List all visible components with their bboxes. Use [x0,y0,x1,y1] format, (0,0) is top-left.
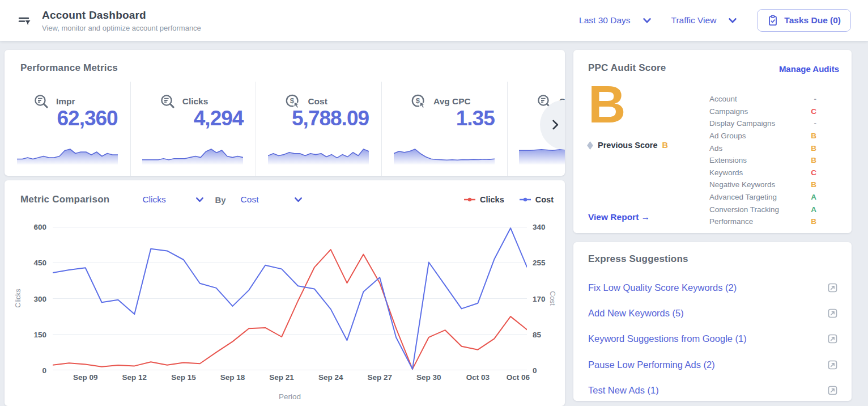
top-bar-controls: Last 30 Days Traffic View Tasks Due (0) [579,9,851,32]
chevron-down-icon [729,18,737,23]
audit-category-grade: - [814,95,817,103]
x-tick-label: Sep 09 [73,373,98,382]
page-heading: Account Dashboard View, monitor and opti… [42,9,201,32]
y-tick-label: 0 [5,366,46,375]
metric-value: 4,294 [194,107,244,130]
audit-category-grade: B [811,217,816,226]
audit-category-row: ExtensionsB [709,154,816,167]
date-range-value: Last 30 Days [579,15,630,26]
audit-category-name: Account [709,95,737,103]
previous-score-grade: B [662,141,668,150]
x-axis-title: Period [53,392,527,401]
metric-a-dropdown[interactable]: Clicks [142,194,203,205]
suggestion-link[interactable]: Keyword Suggestions from Google (1) [588,333,747,344]
view-selector-value: Traffic View [671,15,717,26]
audit-category-row: KeywordsC [709,167,816,179]
metric-label: Clicks [182,96,209,107]
y-tick-label: 150 [5,330,46,339]
x-tick-label: Oct 03 [466,373,490,382]
audit-category-list: Account-CampaignsCDisplay Campaigns-Ad G… [709,93,816,228]
search-lines-icon [159,93,176,110]
open-in-new-icon[interactable] [827,333,838,344]
suggestion-link[interactable]: Fix Low Quality Score Keywords (2) [588,282,737,293]
open-in-new-icon[interactable] [827,308,838,319]
metric-sparkline [394,146,495,164]
metric-label: Avg CPC [433,96,471,107]
chart-legend: Clicks Cost [463,195,554,204]
audit-category-grade: - [814,119,817,128]
suggestion-item[interactable]: Fix Low Quality Score Keywords (2) [588,275,838,301]
ppc-audit-panel: PPC Audit Score Manage Audits B Previous… [573,50,852,233]
suggestion-link[interactable]: Add New Keywords (5) [588,308,684,319]
suggestion-item[interactable]: Test New Ads (1) [588,378,838,401]
x-tick-label: Sep 27 [367,373,392,382]
page-title: Account Dashboard [42,9,201,22]
audit-category-grade: C [811,168,816,177]
metric-card-impr[interactable]: Impr 62,360 [5,82,130,176]
performance-metrics-panel: Performance Metrics Impr 62,360 [5,50,565,176]
x-axis-ticks: Sep 09Sep 12Sep 15Sep 18Sep 21Sep 24Sep … [53,373,527,384]
arrow-right-icon: → [641,212,650,222]
suggestion-item[interactable]: Keyword Suggestions from Google (1) [588,326,838,352]
view-selector-dropdown[interactable]: Traffic View [671,15,737,26]
metric-value: 5,788.09 [292,107,369,130]
y-tick-label: 85 [533,330,541,339]
audit-category-name: Conversion Tracking [709,205,779,214]
x-tick-label: Oct 06 [507,373,530,382]
metric-value: 1.35 [456,107,495,130]
audit-category-grade: B [811,144,816,153]
search-lines-icon [33,93,50,110]
x-tick-label: Sep 12 [122,373,147,382]
x-tick-label: Sep 24 [318,373,343,382]
clipboard-check-icon [767,15,778,26]
metric-label: Cost [308,96,327,107]
metric-b-dropdown[interactable]: Cost [241,194,302,205]
y-tick-label: 450 [5,259,46,267]
audit-category-name: Performance [709,217,753,226]
legend-marker [519,197,531,202]
date-range-dropdown[interactable]: Last 30 Days [579,15,650,26]
ppc-click-icon: $ [410,93,427,110]
tasks-due-button[interactable]: Tasks Due (0) [757,9,851,32]
legend-item-cost[interactable]: Cost [519,195,554,204]
x-tick-label: Sep 21 [269,373,294,382]
audit-category-name: Display Campaigns [709,119,775,128]
metric-b-value: Cost [241,194,259,205]
y-tick-label: 0 [533,366,537,375]
diamond-icon [587,141,593,150]
metric-sparkline [17,146,118,164]
manage-audits-link[interactable]: Manage Audits [779,64,839,74]
suggestion-item[interactable]: Pause Low Performing Ads (2) [588,352,838,378]
metric-card-clicks[interactable]: Clicks 4,294 [130,82,256,176]
x-tick-label: Sep 30 [416,373,441,382]
chevron-down-icon [643,18,651,23]
audit-category-name: Advanced Targeting [709,193,777,201]
suggestion-link[interactable]: Test New Ads (1) [588,385,659,396]
comparison-line-chart[interactable] [53,227,527,370]
page-subtitle: View, monitor and optimize account perfo… [42,24,201,32]
audit-category-grade: B [811,156,816,164]
open-in-new-icon[interactable] [827,360,838,370]
legend-item-clicks[interactable]: Clicks [463,195,504,204]
audit-category-row: Negative KeywordsB [709,179,816,191]
chevron-down-icon [196,197,203,202]
audit-category-row: Advanced TargetingA [709,191,816,204]
suggestion-link[interactable]: Pause Low Performing Ads (2) [588,360,715,370]
audit-category-name: Ads [709,144,722,153]
suggestion-item[interactable]: Add New Keywords (5) [588,301,838,326]
view-report-link[interactable]: View Report → [588,212,650,222]
filter-list-icon[interactable] [17,13,32,28]
audit-category-grade: B [811,132,816,140]
audit-category-row: AdsB [709,142,816,154]
audit-category-grade: A [811,193,816,201]
right-axis-title: Cost [548,281,556,315]
chevron-right-icon [552,120,559,130]
metric-card-avg-cpc[interactable]: $ Avg CPC 1.35 [381,82,507,176]
open-in-new-icon[interactable] [827,282,838,293]
open-in-new-icon[interactable] [827,385,838,396]
y-tick-label: 300 [5,294,46,303]
metric-card-cost[interactable]: $ Cost 5,788.09 [256,82,381,176]
audit-category-name: Keywords [709,168,743,177]
metric-label: Impr [56,96,75,107]
audit-category-grade: B [811,180,816,189]
